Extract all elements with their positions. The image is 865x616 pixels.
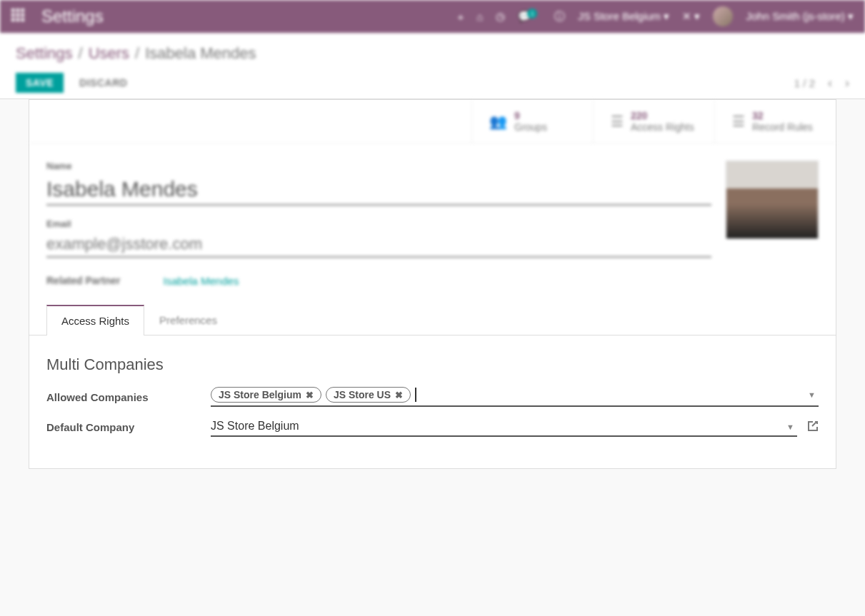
svg-rect-0	[11, 9, 15, 12]
pager-next-icon[interactable]: ›	[845, 76, 849, 91]
svg-rect-2	[21, 9, 25, 12]
apps-icon[interactable]	[11, 9, 24, 25]
section-multi-companies: Multi Companies	[46, 355, 819, 374]
related-partner-link[interactable]: Isabela Mendes	[163, 275, 239, 287]
default-company-label: Default Company	[46, 421, 211, 433]
discard-button[interactable]: DISCARD	[69, 73, 137, 93]
name-input[interactable]	[46, 174, 711, 206]
avatar	[713, 6, 733, 26]
stat-record-rules[interactable]: ☰ 32 Record Rules	[714, 100, 836, 143]
pager-text: 1 / 2	[794, 77, 815, 89]
allowed-companies-label: Allowed Companies	[46, 391, 211, 403]
breadcrumb-current: Isabela Mendes	[145, 44, 256, 63]
breadcrumb-settings[interactable]: Settings	[16, 44, 73, 63]
clock-icon[interactable]: ◷	[496, 10, 505, 23]
svg-rect-7	[16, 18, 20, 21]
groups-icon: 👥	[489, 113, 507, 130]
svg-rect-6	[11, 18, 15, 21]
sub-header: Settings / Users / Isabela Mendes SAVE D…	[0, 33, 865, 99]
svg-rect-8	[21, 18, 25, 21]
tab-preferences[interactable]: Preferences	[144, 305, 232, 335]
external-link-icon[interactable]	[807, 420, 819, 434]
list-icon: ☰	[611, 113, 624, 130]
form-sheet: 👥 9 Groups ☰ 220 Access Rights ☰ 32 Reco…	[29, 99, 836, 469]
tab-access-rights[interactable]: Access Rights	[46, 305, 144, 335]
company-switcher[interactable]: JS Store Belgium ▾	[578, 10, 669, 23]
related-partner-label: Related Partner	[46, 275, 120, 287]
new-icon[interactable]: +	[457, 11, 464, 23]
tools-icon[interactable]: ✕ ▾	[682, 10, 700, 23]
save-button[interactable]: SAVE	[16, 73, 64, 93]
text-cursor	[415, 388, 416, 402]
default-company-select[interactable]	[211, 417, 797, 437]
breadcrumb-users[interactable]: Users	[89, 44, 129, 63]
info-icon[interactable]: ⓘ	[554, 10, 565, 24]
dropdown-caret-icon[interactable]: ▼	[786, 423, 794, 431]
list-icon: ☰	[732, 113, 745, 130]
name-label: Name	[46, 161, 711, 171]
stat-groups[interactable]: 👥 9 Groups	[471, 100, 593, 143]
topbar: Settings + ⌂ ◷ 💬1 ⓘ JS Store Belgium ▾ ✕…	[0, 0, 865, 33]
email-label: Email	[46, 218, 711, 229]
app-title[interactable]: Settings	[41, 6, 104, 26]
email-input[interactable]	[46, 232, 711, 258]
pager-prev-icon[interactable]: ‹	[828, 76, 832, 91]
user-photo[interactable]	[726, 161, 819, 239]
svg-rect-5	[21, 13, 25, 16]
stat-bar: 👥 9 Groups ☰ 220 Access Rights ☰ 32 Reco…	[29, 100, 836, 143]
breadcrumb: Settings / Users / Isabela Mendes	[16, 44, 849, 63]
chat-badge: 1	[527, 9, 537, 19]
remove-tag-icon[interactable]: ✖	[395, 390, 403, 400]
tag-js-store-us[interactable]: JS Store US ✖	[326, 387, 411, 403]
svg-rect-1	[16, 9, 20, 12]
tag-js-store-belgium[interactable]: JS Store Belgium ✖	[211, 387, 321, 403]
home-icon[interactable]: ⌂	[476, 11, 483, 23]
stat-access-rights[interactable]: ☰ 220 Access Rights	[593, 100, 714, 143]
user-menu[interactable]: John Smith (js-store) ▾	[746, 10, 854, 23]
svg-rect-3	[11, 13, 15, 16]
allowed-companies-input[interactable]: JS Store Belgium ✖ JS Store US ✖ ▼	[211, 387, 819, 407]
dropdown-caret-icon[interactable]: ▼	[808, 390, 816, 399]
svg-rect-4	[16, 13, 20, 16]
remove-tag-icon[interactable]: ✖	[306, 390, 314, 400]
chat-icon[interactable]: 💬1	[518, 10, 541, 23]
tabs: Access Rights Preferences	[29, 304, 836, 335]
